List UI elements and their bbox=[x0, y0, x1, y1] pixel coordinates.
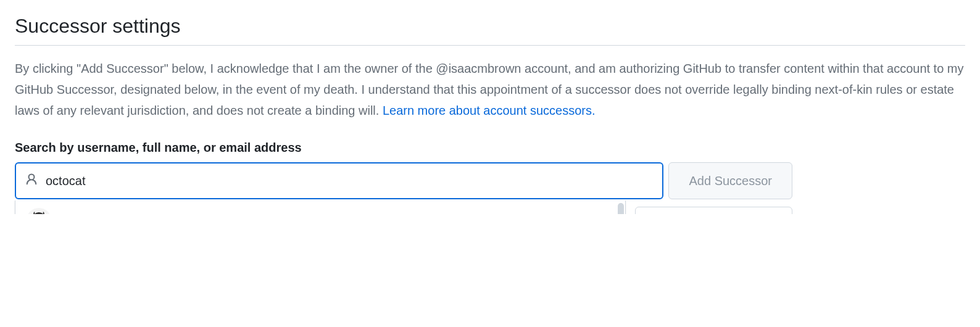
learn-more-link[interactable]: Learn more about account successors. bbox=[383, 104, 596, 117]
search-input-wrapper: octocat The Octocat bbox=[15, 162, 663, 199]
trailing-panel bbox=[635, 207, 792, 214]
search-input[interactable] bbox=[15, 162, 663, 199]
result-username: octocat bbox=[60, 213, 104, 215]
search-label: Search by username, full name, or email … bbox=[15, 141, 965, 155]
result-fullname: The Octocat bbox=[109, 213, 176, 215]
search-row: octocat The Octocat Add Successor bbox=[15, 162, 792, 199]
scrollbar-thumb[interactable] bbox=[618, 203, 624, 214]
add-successor-button[interactable]: Add Successor bbox=[668, 162, 792, 199]
page-title: Successor settings bbox=[15, 15, 965, 46]
successor-description: By clicking "Add Successor" below, I ack… bbox=[15, 58, 965, 121]
search-results-dropdown: octocat The Octocat bbox=[15, 201, 626, 214]
search-result-item[interactable]: octocat The Octocat bbox=[15, 201, 625, 214]
avatar bbox=[27, 208, 51, 214]
